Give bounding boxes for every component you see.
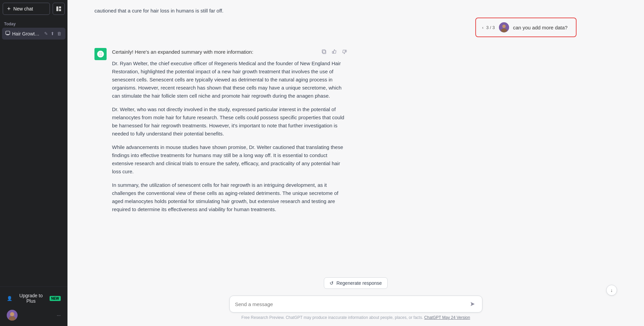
edit-chat-button[interactable]: ✎ — [44, 30, 49, 37]
svg-rect-17 — [345, 50, 346, 52]
user-message-wrapper: ‹ 3 / 3 can you add more data? — [67, 18, 644, 43]
ai-paragraph-3: While advancements in mouse studies have… — [112, 143, 348, 176]
thumbs-down-button[interactable] — [341, 48, 348, 55]
svg-rect-1 — [59, 6, 61, 8]
user-avatar-svg — [7, 310, 18, 321]
footer-version-link[interactable]: ChatGPT May 24 Version — [424, 315, 470, 320]
svg-point-12 — [501, 28, 507, 32]
regenerate-button[interactable]: ↺ Regenerate response — [324, 277, 388, 289]
svg-rect-8 — [10, 314, 11, 316]
thumbs-up-button[interactable] — [331, 48, 338, 55]
ai-message-content: Certainly! Here's an expanded summary wi… — [112, 48, 348, 214]
user-avatar-small — [499, 22, 509, 32]
ai-message-header: Certainly! Here's an expanded summary wi… — [112, 48, 348, 55]
new-chat-button[interactable]: + New chat — [3, 3, 50, 15]
pagination-counter: 3 / 3 — [486, 25, 495, 30]
sidebar-bottom: 👤 Upgrade to Plus NEW ··· — [0, 286, 67, 326]
sidebar-top: + New chat — [0, 0, 67, 18]
user-row[interactable]: ··· — [3, 307, 65, 323]
scroll-down-icon: ↓ — [611, 287, 613, 293]
new-chat-label: New chat — [13, 6, 33, 11]
message-input-wrapper — [229, 296, 482, 312]
user-message-text: can you add more data? — [513, 25, 568, 30]
chat-scroll[interactable]: cautioned that a cure for hair loss in h… — [67, 0, 644, 274]
svg-rect-0 — [56, 6, 58, 11]
send-button[interactable] — [469, 300, 477, 308]
user-more-button[interactable]: ··· — [57, 312, 61, 318]
upgrade-to-plus-button[interactable]: 👤 Upgrade to Plus NEW — [3, 290, 65, 307]
main-chat-area: cautioned that a cure for hair loss in h… — [67, 0, 644, 326]
chat-item-hair-growth[interactable]: Hair Growth Treatm... ✎ ⬆ 🗑 — [2, 28, 65, 40]
footer-text: Free Research Preview. ChatGPT may produ… — [94, 312, 617, 323]
svg-rect-2 — [59, 9, 61, 11]
chat-item-label: Hair Growth Treatm... — [12, 31, 41, 36]
ai-paragraph-2: Dr. Welter, who was not directly involve… — [112, 105, 348, 138]
user-message-highlighted: ‹ 3 / 3 can you add more data? — [475, 18, 577, 37]
sidebar: + New chat Today Hair Growth Treatm... ✎… — [0, 0, 67, 326]
section-today-label: Today — [0, 18, 67, 28]
ai-paragraph-1: Dr. Ryan Welter, the chief executive off… — [112, 59, 348, 100]
ai-message-title: Certainly! Here's an expanded summary wi… — [112, 49, 253, 55]
svg-rect-9 — [13, 314, 14, 316]
copy-button[interactable] — [320, 48, 328, 55]
regenerate-icon: ↺ — [330, 280, 334, 286]
share-chat-button[interactable]: ⬆ — [50, 30, 55, 37]
send-icon — [470, 301, 475, 307]
layout-icon — [56, 6, 61, 11]
chat-icon — [5, 31, 10, 36]
ai-paragraph-4: In summary, the utilization of senescent… — [112, 181, 348, 214]
new-badge: NEW — [50, 296, 61, 301]
ai-message-wrapper: Certainly! Here's an expanded summary wi… — [67, 43, 644, 219]
message-input[interactable] — [235, 301, 469, 307]
svg-rect-16 — [332, 51, 333, 53]
layout-toggle-button[interactable] — [53, 3, 65, 15]
chat-item-actions: ✎ ⬆ 🗑 — [44, 30, 62, 37]
ai-message-actions — [320, 48, 348, 55]
ai-message-body: Dr. Ryan Welter, the chief executive off… — [112, 59, 348, 214]
svg-point-11 — [502, 25, 506, 28]
plus-icon: + — [7, 6, 11, 12]
pagination-prev-button[interactable]: ‹ — [481, 25, 484, 30]
regenerate-label: Regenerate response — [336, 280, 382, 286]
delete-chat-button[interactable]: 🗑 — [56, 30, 62, 37]
chat-bottom: ↺ Regenerate response ↓ Free Research Pr… — [67, 274, 644, 326]
footer-disclaimer: Free Research Preview. ChatGPT may produ… — [242, 315, 423, 320]
svg-point-13 — [100, 53, 102, 55]
scroll-to-bottom-button[interactable]: ↓ — [606, 285, 617, 296]
svg-rect-4 — [6, 34, 9, 35]
person-icon: 👤 — [7, 296, 12, 301]
upgrade-label: Upgrade to Plus — [16, 293, 46, 304]
ai-avatar — [94, 48, 107, 60]
avatar — [7, 310, 18, 321]
pagination: ‹ 3 / 3 — [481, 25, 495, 30]
partial-top-message: cautioned that a cure for hair loss in h… — [67, 7, 644, 18]
svg-rect-3 — [6, 31, 10, 34]
